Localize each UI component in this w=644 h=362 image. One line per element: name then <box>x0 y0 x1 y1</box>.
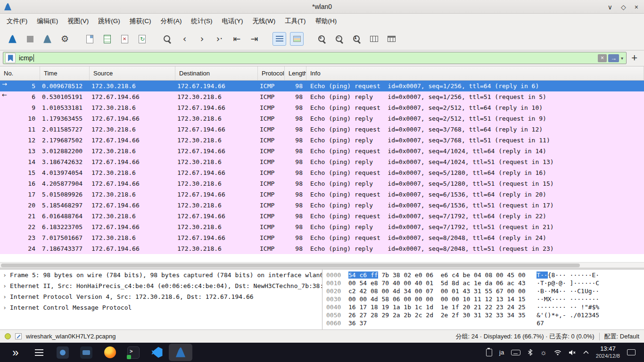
auto-scroll-icon[interactable] <box>272 32 286 46</box>
filter-dropdown-icon[interactable]: ▾ <box>621 56 623 61</box>
vscode-button[interactable] <box>145 344 169 361</box>
packet-row[interactable]: 122.179687502172.67.194.66172.30.218.6IC… <box>0 135 644 146</box>
wifi-icon[interactable] <box>554 349 561 355</box>
expand-arrow-icon[interactable]: › <box>2 304 8 311</box>
packet-row[interactable]: 6←0.530105191172.67.194.66172.30.218.6IC… <box>0 91 644 102</box>
colorize-icon[interactable] <box>290 32 304 46</box>
packet-row[interactable]: 101.179363455172.67.194.66172.30.218.6IC… <box>0 113 644 124</box>
expert-info-icon[interactable] <box>5 333 11 339</box>
packet-row[interactable]: 237.017501667172.30.218.6172.67.194.66IC… <box>0 232 644 243</box>
horizontal-scrollbar[interactable] <box>0 262 644 268</box>
shade-button[interactable]: ∨ <box>608 3 612 11</box>
profile-label[interactable]: 配置: Default <box>604 332 639 341</box>
capture-comment-icon[interactable] <box>15 333 22 339</box>
tray-expand-icon[interactable] <box>583 351 589 354</box>
packet-row[interactable]: 216.016488764172.30.218.6172.67.194.66IC… <box>0 211 644 222</box>
detail-line[interactable]: ›Internet Control Message Protocol <box>0 304 322 315</box>
column-header-protocol[interactable]: Protocol <box>258 66 285 80</box>
packet-row[interactable]: 154.013974054172.30.218.6172.67.194.66IC… <box>0 167 644 178</box>
menu-telephony[interactable]: 电话(Y) <box>217 14 248 28</box>
menu-edit[interactable]: 编辑(E) <box>32 14 63 28</box>
wireshark-taskbar-button[interactable] <box>169 344 192 361</box>
packet-row[interactable]: 112.011585727172.30.218.6172.67.194.66IC… <box>0 124 644 135</box>
go-forward-icon[interactable]: › <box>195 32 209 46</box>
first-packet-icon[interactable]: ⇤ <box>230 32 244 46</box>
stop-capture-icon[interactable] <box>23 32 37 46</box>
hex-row[interactable]: 0050 26 27 28 29 2a 2b 2c 2d 2e 2f 30 31… <box>326 311 644 319</box>
hex-row[interactable]: 0030 00 00 4d 58 06 00 00 00 00 00 10 11… <box>326 295 644 303</box>
display-filter-input[interactable]: icmp × → ▾ <box>3 52 627 64</box>
menu-analyze[interactable]: 分析(A) <box>156 14 187 28</box>
packet-row[interactable]: 164.205877904172.67.194.66172.30.218.6IC… <box>0 178 644 189</box>
zoom-out-icon[interactable]: − <box>332 32 346 46</box>
save-file-icon[interactable] <box>100 32 114 46</box>
hex-row[interactable]: 0000 54 c6 ff 7b 38 02 e0 06 e6 c4 be 04… <box>326 271 644 279</box>
hex-row[interactable]: 0010 00 54 e8 70 40 00 40 01 5d 8d ac 1e… <box>326 279 644 287</box>
window-list-button[interactable] <box>27 344 51 361</box>
keyboard-tray-icon[interactable] <box>511 350 520 355</box>
packet-row[interactable]: 143.186742632172.67.194.66172.30.218.6IC… <box>0 156 644 167</box>
find-packet-icon[interactable] <box>160 32 174 46</box>
menu-help[interactable]: 帮助(H) <box>310 14 341 28</box>
column-header-destination[interactable]: Destination <box>175 66 258 80</box>
app-menu-button[interactable] <box>4 344 27 361</box>
restart-capture-icon[interactable] <box>41 32 54 46</box>
packet-row[interactable]: 247.186743377172.67.194.66172.30.218.6IC… <box>0 243 644 254</box>
menu-statistics[interactable]: 统计(S) <box>187 14 217 28</box>
column-header-info[interactable]: Info <box>306 66 644 80</box>
column-header-length[interactable]: Length <box>285 66 306 80</box>
column-header-time[interactable]: Time <box>40 66 90 80</box>
clipboard-tray-icon[interactable] <box>486 349 492 356</box>
open-file-icon[interactable] <box>83 32 97 46</box>
reload-file-icon[interactable] <box>135 32 149 46</box>
resize-columns-icon[interactable] <box>367 32 381 46</box>
close-button[interactable]: × <box>635 3 638 11</box>
filter-add-button[interactable]: + <box>631 52 637 64</box>
numbered-columns-icon[interactable] <box>385 32 398 46</box>
hex-row[interactable]: 0020 c2 42 08 00 4d 34 00 07 00 01 43 31… <box>326 287 644 295</box>
bluetooth-icon[interactable] <box>528 349 533 356</box>
expand-arrow-icon[interactable]: › <box>2 282 8 289</box>
column-header-source[interactable]: Source <box>90 66 175 80</box>
expand-arrow-icon[interactable]: › <box>2 272 8 279</box>
hex-row[interactable]: 0040 16 17 18 19 1a 1b 1c 1d 1e 1f 20 21… <box>326 303 644 311</box>
packet-row[interactable]: 226.183223705172.67.194.66172.30.218.6IC… <box>0 222 644 232</box>
capture-options-icon[interactable]: ⚙ <box>58 32 72 46</box>
menu-go[interactable]: 跳转(G) <box>93 14 125 28</box>
terminal-button[interactable] <box>122 344 145 361</box>
maximize-button[interactable]: ◇ <box>621 3 626 11</box>
software-center-button[interactable] <box>51 344 74 361</box>
packet-row[interactable]: 133.012882200172.30.218.6172.67.194.66IC… <box>0 146 644 156</box>
column-header-no[interactable]: No. <box>0 66 40 80</box>
go-to-packet-icon[interactable]: ›· <box>213 32 226 46</box>
clock[interactable]: 13:47 2024/12/8 <box>596 345 620 360</box>
filter-bookmark-icon[interactable] <box>5 53 16 63</box>
zoom-reset-icon[interactable]: 1 <box>350 32 363 46</box>
menu-wireless[interactable]: 无线(W) <box>248 14 281 28</box>
zoom-in-icon[interactable]: + <box>315 32 329 46</box>
close-file-icon[interactable] <box>118 32 132 46</box>
menu-file[interactable]: 文件(F) <box>2 14 32 28</box>
packet-row[interactable]: 175.015089926172.30.218.6172.67.194.66IC… <box>0 189 644 200</box>
go-back-icon[interactable]: ‹ <box>178 32 191 46</box>
detail-line[interactable]: ›Internet Protocol Version 4, Src: 172.3… <box>0 293 322 304</box>
menu-capture[interactable]: 捕获(C) <box>125 14 156 28</box>
packet-row[interactable]: 5→0.009678512172.30.218.6172.67.194.66IC… <box>0 81 644 91</box>
expand-arrow-icon[interactable]: › <box>2 293 8 300</box>
detail-line[interactable]: ›Ethernet II, Src: HonHaiPrecis_c4:be:04… <box>0 282 322 293</box>
filter-apply-icon[interactable]: → <box>608 54 619 62</box>
menu-view[interactable]: 视图(V) <box>63 14 93 28</box>
display-settings-icon[interactable] <box>627 349 636 355</box>
firefox-button[interactable] <box>98 344 122 361</box>
start-capture-icon[interactable] <box>6 32 19 46</box>
packet-row[interactable]: 91.010533181172.30.218.6172.67.194.66ICM… <box>0 102 644 113</box>
filter-clear-icon[interactable]: × <box>598 54 607 62</box>
packet-row[interactable]: 205.185468297172.67.194.66172.30.218.6IC… <box>0 200 644 211</box>
brightness-icon[interactable] <box>540 348 547 357</box>
file-manager-button[interactable] <box>74 344 98 361</box>
detail-line[interactable]: ›Frame 5: 98 bytes on wire (784 bits), 9… <box>0 272 322 282</box>
volume-muted-icon[interactable] <box>569 349 576 356</box>
menu-tools[interactable]: 工具(T) <box>280 14 310 28</box>
hex-row[interactable]: 0060 36 37 67 <box>326 319 644 327</box>
last-packet-icon[interactable]: ⇥ <box>248 32 261 46</box>
